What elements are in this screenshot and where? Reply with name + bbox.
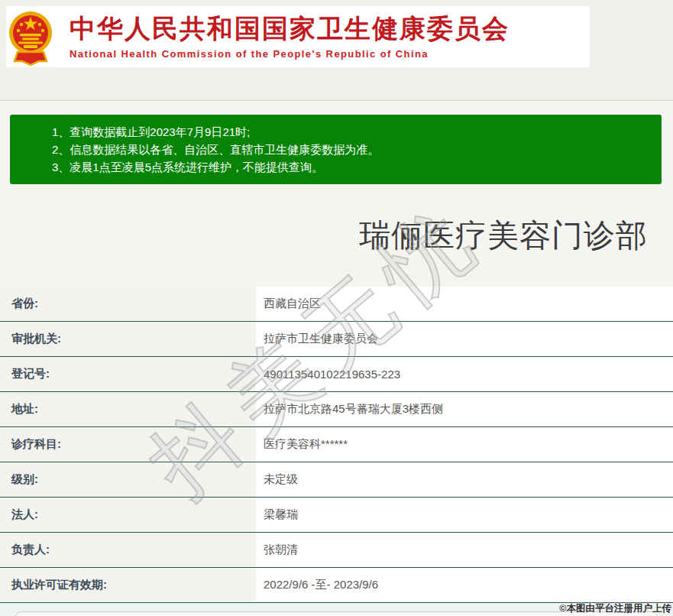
table-row-approval-authority: 审批机关: 拉萨市卫生健康委员会 (0, 322, 673, 357)
field-value: 未定级 (256, 462, 673, 497)
field-value: 梁馨瑞 (256, 498, 673, 532)
table-row-level: 级别: 未定级 (0, 462, 673, 498)
notice-line-3: 3、凌晨1点至凌晨5点系统进行维护，不能提供查询。 (52, 158, 654, 176)
notice-banner: 1、查询数据截止到2023年7月9日21时; 2、信息数据结果以各省、自治区、直… (10, 115, 662, 184)
china-national-emblem-icon (7, 8, 54, 66)
field-value: 2022/9/6 -至- 2023/9/6 (256, 568, 673, 602)
notice-line-2: 2、信息数据结果以各省、自治区、直辖市卫生健康委数据为准。 (52, 141, 654, 158)
commission-title-en: National Health Commission of the People… (70, 48, 510, 60)
field-value: 医疗美容科****** (256, 427, 673, 462)
field-label: 省份: (0, 287, 256, 321)
table-row-legal-person: 法人: 梁馨瑞 (0, 498, 673, 533)
site-header: 中华人民共和国国家卫生健康委员会 National Health Commiss… (6, 6, 590, 67)
field-label: 地址: (0, 392, 256, 426)
field-label: 登记号: (0, 357, 256, 391)
field-value: 490113540102219635-223 (256, 357, 673, 391)
table-row-license-validity: 执业许可证有效期: 2022/9/6 -至- 2023/9/6 (0, 568, 673, 603)
field-label: 级别: (0, 462, 256, 497)
field-label: 负责人: (0, 533, 256, 567)
table-row-responsible-person: 负责人: 张朝清 (0, 533, 673, 568)
org-name-title: 瑞俪医疗美容门诊部 (359, 215, 648, 257)
field-label: 法人: (0, 498, 256, 532)
table-row-registration-number: 登记号: 490113540102219635-223 (0, 357, 673, 392)
table-row-address: 地址: 拉萨市北京路45号蕃瑞大厦3楼西侧 (0, 392, 673, 427)
field-value: 西藏自治区 (256, 287, 673, 321)
image-upload-watermark: ©本图由平台注册用户上传 (559, 602, 671, 615)
field-value: 拉萨市北京路45号蕃瑞大厦3楼西侧 (256, 392, 673, 426)
commission-title-cn: 中华人民共和国国家卫生健康委员会 (70, 14, 510, 43)
table-row-treatment-subjects: 诊疗科目: 医疗美容科****** (0, 427, 673, 462)
field-value: 张朝清 (256, 533, 673, 567)
field-label: 诊疗科目: (0, 427, 256, 462)
field-label: 审批机关: (0, 322, 256, 356)
header-titles: 中华人民共和国国家卫生健康委员会 National Health Commiss… (70, 14, 510, 60)
org-info-table: 省份: 西藏自治区 审批机关: 拉萨市卫生健康委员会 登记号: 49011354… (0, 287, 673, 603)
field-label: 执业许可证有效期: (0, 568, 256, 602)
notice-line-1: 1、查询数据截止到2023年7月9日21时; (52, 123, 654, 141)
table-row-province: 省份: 西藏自治区 (0, 287, 673, 322)
field-value: 拉萨市卫生健康委员会 (256, 322, 673, 356)
